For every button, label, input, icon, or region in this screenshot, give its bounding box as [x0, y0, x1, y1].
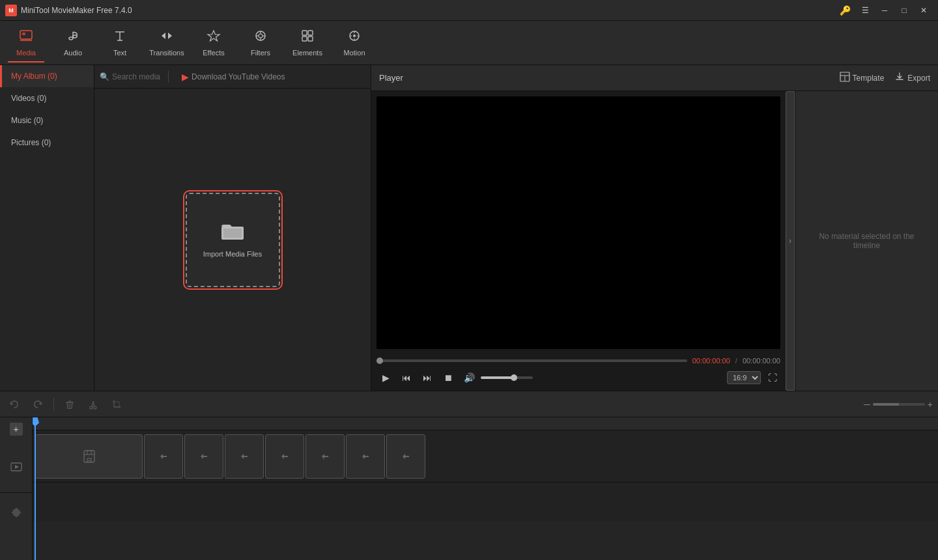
- volume-handle[interactable]: [511, 374, 517, 381]
- time-separator: /: [735, 357, 737, 365]
- maximize-button[interactable]: □: [895, 3, 913, 18]
- audio-icon: [66, 29, 80, 46]
- properties-panel: No material selected on the timeline: [795, 91, 938, 391]
- youtube-icon: ▶: [182, 72, 189, 82]
- import-media-box[interactable]: Import Media Files: [186, 193, 280, 287]
- svg-rect-19: [308, 31, 313, 35]
- redo-button[interactable]: [29, 395, 47, 413]
- timeline-section: ─ + +: [0, 391, 938, 560]
- skip-forward-button[interactable]: ⏭: [418, 369, 436, 387]
- crop-button[interactable]: [107, 395, 126, 413]
- transition-clip-6[interactable]: [346, 434, 385, 479]
- add-track-button[interactable]: +: [10, 423, 23, 436]
- volume-button[interactable]: 🔊: [460, 369, 478, 387]
- zoom-in-icon[interactable]: +: [928, 399, 933, 410]
- progress-bar[interactable]: [377, 359, 687, 362]
- stop-button[interactable]: ⏹: [439, 369, 457, 387]
- sidebar-item-my-album[interactable]: My Album (0): [0, 65, 94, 87]
- toolbar-motion-label: Motion: [343, 49, 365, 57]
- skip-back-button[interactable]: ⏮: [397, 369, 416, 387]
- media-area: 🔍 Search media ▶ Download YouTube Videos: [94, 65, 371, 391]
- play-button[interactable]: ▶: [377, 369, 395, 387]
- toolbar-item-filters[interactable]: Filters: [237, 23, 284, 63]
- minimize-button[interactable]: ─: [875, 3, 894, 18]
- zoom-slider[interactable]: [873, 403, 925, 406]
- toolbar-filters-label: Filters: [251, 49, 270, 57]
- app-icon: M: [5, 5, 17, 16]
- svg-point-3: [69, 37, 73, 40]
- no-material-text: No material selected on the timeline: [795, 221, 938, 260]
- delete-button[interactable]: [61, 395, 79, 413]
- toolbar-audio-label: Audio: [64, 49, 82, 57]
- toolbar-item-text[interactable]: Text: [96, 23, 143, 63]
- zoom-out-icon[interactable]: ─: [864, 399, 870, 410]
- sidebar-item-music[interactable]: Music (0): [0, 109, 94, 132]
- window-controls: ☰ ─ □ ✕: [856, 3, 933, 18]
- titlebar: M MiniTool MovieMaker Free 7.4.0 🔑 ☰ ─ □…: [0, 0, 938, 21]
- export-label: Export: [907, 74, 930, 83]
- timeline-toolbar: ─ +: [0, 391, 938, 417]
- svg-line-5: [73, 32, 77, 33]
- progress-handle[interactable]: [377, 357, 383, 364]
- sidebar-item-pictures[interactable]: Pictures (0): [0, 132, 94, 154]
- undo-button[interactable]: [5, 395, 23, 413]
- toolbar-item-transitions[interactable]: Transitions: [143, 23, 190, 63]
- sidebar: My Album (0) Videos (0) Music (0) Pictur…: [0, 65, 94, 391]
- svg-rect-20: [302, 36, 307, 41]
- download-youtube-label: Download YouTube Videos: [192, 72, 285, 81]
- toolbar-item-effects[interactable]: Effects: [190, 23, 237, 63]
- transition-clip-4[interactable]: [265, 434, 304, 479]
- search-input-wrap[interactable]: 🔍 Search media: [100, 72, 160, 81]
- template-button[interactable]: Template: [840, 72, 885, 84]
- player-buttons: ▶ ⏮ ⏭ ⏹ 🔊 16:9 9:16 1:1: [377, 367, 780, 388]
- player-controls-bar: 00:00:00:00 / 00:00:00:00 ▶ ⏮ ⏭ ⏹ 🔊: [371, 354, 786, 391]
- toolbar-item-audio[interactable]: Audio: [50, 23, 96, 63]
- toolbar-item-motion[interactable]: Motion: [331, 23, 378, 63]
- toolbar-transitions-label: Transitions: [149, 49, 184, 57]
- left-panel: My Album (0) Videos (0) Music (0) Pictur…: [0, 65, 371, 391]
- search-icon: 🔍: [100, 72, 109, 81]
- timeline-content: +: [0, 417, 938, 560]
- effects-icon: [206, 29, 221, 46]
- sidebar-item-videos[interactable]: Videos (0): [0, 87, 94, 109]
- motion-icon: [347, 29, 362, 46]
- text-icon: [113, 29, 127, 46]
- transition-clip-1[interactable]: [144, 434, 183, 479]
- svg-point-23: [353, 35, 356, 37]
- toolbar-item-elements[interactable]: Elements: [284, 23, 331, 63]
- aspect-ratio-select[interactable]: 16:9 9:16 1:1 4:3: [727, 371, 761, 384]
- transition-clip-7[interactable]: [386, 434, 425, 479]
- video-preview: [377, 96, 780, 349]
- transition-clip-5[interactable]: [306, 434, 345, 479]
- time-total: 00:00:00:00: [743, 357, 780, 365]
- key-icon[interactable]: 🔑: [840, 5, 851, 16]
- svg-marker-11: [208, 31, 220, 41]
- media-icon: [19, 29, 33, 46]
- export-icon: [894, 72, 905, 84]
- toolbar-elements-label: Elements: [292, 49, 322, 57]
- collapse-properties-button[interactable]: ›: [786, 91, 795, 391]
- transition-clip-2[interactable]: [184, 434, 223, 479]
- toolbar-item-media[interactable]: Media: [3, 23, 50, 63]
- volume-slider[interactable]: [481, 376, 533, 379]
- toolbar-text-label: Text: [113, 49, 126, 57]
- cut-button[interactable]: [84, 395, 102, 413]
- search-placeholder: Search media: [112, 72, 160, 81]
- export-button[interactable]: Export: [894, 72, 930, 84]
- close-button[interactable]: ✕: [915, 3, 933, 18]
- svg-point-37: [94, 406, 96, 409]
- fullscreen-button[interactable]: ⛶: [765, 370, 780, 385]
- video-track: [33, 430, 938, 483]
- hamburger-button[interactable]: ☰: [856, 3, 874, 18]
- zoom-slider-wrap: ─ +: [864, 399, 933, 410]
- main-track-clip[interactable]: [35, 434, 143, 479]
- template-label: Template: [853, 74, 885, 83]
- player-title: Player: [379, 73, 403, 83]
- player-content: 00:00:00:00 / 00:00:00:00 ▶ ⏮ ⏭ ⏹ 🔊: [371, 91, 938, 391]
- media-content: Import Media Files: [94, 89, 371, 391]
- transition-clip-3[interactable]: [225, 434, 264, 479]
- timeline-separator-1: [53, 398, 54, 411]
- download-youtube-button[interactable]: ▶ Download YouTube Videos: [182, 72, 285, 82]
- svg-rect-18: [302, 31, 307, 35]
- playhead[interactable]: [35, 417, 36, 560]
